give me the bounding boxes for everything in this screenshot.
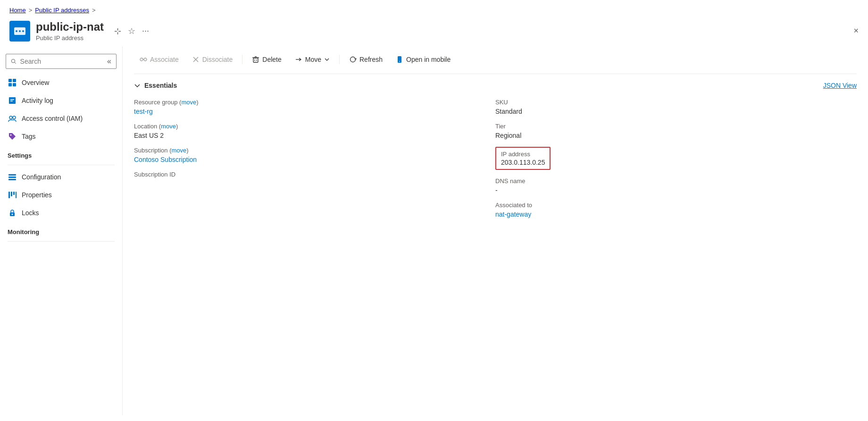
sidebar-item-properties[interactable]: Properties <box>0 186 122 204</box>
essentials-collapse-icon[interactable] <box>134 82 141 89</box>
sidebar-item-tags-label: Tags <box>22 133 36 140</box>
toolbar-separator-1 <box>242 55 242 64</box>
sidebar-item-access-control-label: Access control (IAM) <box>22 115 83 122</box>
sidebar-item-activity-log[interactable]: Activity log <box>0 92 122 109</box>
sidebar: « Overview Acti <box>0 46 123 415</box>
svg-point-3 <box>22 30 24 32</box>
svg-point-1 <box>16 30 17 32</box>
resource-group-move-link[interactable]: move <box>181 99 196 106</box>
svg-rect-19 <box>8 192 10 198</box>
svg-point-26 <box>144 58 147 61</box>
settings-divider <box>8 165 115 165</box>
sku-item: SKU Standard <box>495 95 857 119</box>
access-control-icon <box>8 114 17 123</box>
subscription-move-link[interactable]: move <box>171 147 186 154</box>
dns-name-label: DNS name <box>495 177 857 185</box>
settings-section-title: Settings <box>0 145 122 162</box>
refresh-button[interactable]: Refresh <box>343 53 388 66</box>
svg-rect-22 <box>16 192 17 198</box>
sidebar-item-access-control[interactable]: Access control (IAM) <box>0 109 122 127</box>
essentials-left: Resource group (move) test-rg Location (… <box>134 95 495 222</box>
tags-icon <box>8 132 17 141</box>
sidebar-item-properties-label: Properties <box>22 191 52 199</box>
sidebar-item-configuration-label: Configuration <box>22 173 61 181</box>
resource-icon <box>9 21 30 42</box>
sidebar-item-locks[interactable]: Locks <box>0 204 122 222</box>
svg-rect-16 <box>8 174 16 176</box>
search-input[interactable] <box>20 58 104 65</box>
svg-point-2 <box>19 30 21 32</box>
svg-point-15 <box>10 135 12 136</box>
open-mobile-button[interactable]: Open in mobile <box>390 53 456 66</box>
move-chevron-down-icon <box>324 57 330 62</box>
svg-point-13 <box>9 116 12 119</box>
refresh-icon <box>349 56 357 63</box>
associated-to-label: Associated to <box>495 202 857 209</box>
resource-group-item: Resource group (move) test-rg <box>134 95 495 119</box>
essentials-right: SKU Standard Tier Regional IP address 20… <box>495 95 857 222</box>
breadcrumb-home[interactable]: Home <box>9 7 26 14</box>
sidebar-item-configuration[interactable]: Configuration <box>0 168 122 186</box>
toolbar: Associate Dissociate Delete <box>134 46 857 74</box>
search-box[interactable]: « <box>6 54 117 69</box>
svg-line-5 <box>15 62 16 64</box>
breadcrumb-public-ip[interactable]: Public IP addresses <box>35 7 89 14</box>
subscription-id-label: Subscription ID <box>134 171 495 178</box>
dns-name-value: - <box>495 186 857 194</box>
svg-rect-10 <box>9 97 16 104</box>
favorite-icon[interactable]: ☆ <box>128 26 135 36</box>
ip-address-item: IP address 203.0.113.0.25 <box>495 143 857 174</box>
sidebar-item-locks-label: Locks <box>22 209 39 217</box>
monitoring-section-title: Monitoring <box>0 222 122 238</box>
resource-group-value: test-rg <box>134 108 495 115</box>
svg-rect-8 <box>8 83 12 86</box>
associated-to-value: nat-gateway <box>495 210 857 218</box>
essentials-header: Essentials JSON View <box>134 74 857 95</box>
tier-value: Regional <box>495 132 857 139</box>
resource-group-link[interactable]: test-rg <box>134 108 153 115</box>
associate-button[interactable]: Associate <box>134 53 184 66</box>
subscription-item: Subscription (move) Contoso Subscription <box>134 143 495 167</box>
more-icon[interactable]: ··· <box>142 26 149 36</box>
collapse-sidebar-button[interactable]: « <box>107 57 111 66</box>
sidebar-item-overview-label: Overview <box>22 79 49 86</box>
breadcrumb-sep1: > <box>29 7 33 14</box>
sku-value: Standard <box>495 108 857 115</box>
svg-point-25 <box>140 58 143 61</box>
associated-to-item: Associated to nat-gateway <box>495 198 857 222</box>
svg-rect-21 <box>13 192 15 195</box>
sidebar-item-activity-log-label: Activity log <box>22 97 53 104</box>
svg-rect-7 <box>13 79 16 82</box>
pin-icon[interactable]: ⊹ <box>114 26 121 36</box>
move-button[interactable]: Move <box>289 53 335 66</box>
close-button[interactable]: × <box>853 26 859 36</box>
toolbar-separator-2 <box>339 55 340 64</box>
json-view-link[interactable]: JSON View <box>823 82 857 89</box>
main-layout: « Overview Acti <box>0 46 868 415</box>
dns-name-item: DNS name - <box>495 174 857 198</box>
breadcrumb-sep2: > <box>92 7 96 14</box>
associated-to-link[interactable]: nat-gateway <box>495 210 531 218</box>
overview-icon <box>8 78 17 87</box>
header-actions: ⊹ ☆ ··· <box>114 26 149 36</box>
ip-address-label: IP address <box>501 151 545 158</box>
move-icon <box>295 56 302 63</box>
resource-group-label: Resource group (move) <box>134 99 495 106</box>
subscription-value: Contoso Subscription <box>134 156 495 163</box>
essentials-title: Essentials <box>144 82 177 89</box>
delete-button[interactable]: Delete <box>246 53 287 66</box>
subscription-link[interactable]: Contoso Subscription <box>134 156 197 163</box>
page-header: public-ip-nat Public IP address ⊹ ☆ ··· … <box>0 17 868 46</box>
dissociate-button[interactable]: Dissociate <box>186 53 239 66</box>
subscription-id-item: Subscription ID <box>134 167 495 184</box>
mobile-icon <box>396 56 403 63</box>
ip-address-value: 203.0.113.0.25 <box>501 159 545 166</box>
sidebar-item-overview[interactable]: Overview <box>0 74 122 92</box>
location-move-link[interactable]: move <box>161 123 176 130</box>
locks-icon <box>8 208 17 218</box>
svg-point-4 <box>11 59 15 62</box>
delete-icon <box>252 56 259 63</box>
configuration-icon <box>8 172 17 182</box>
associate-icon <box>140 56 147 63</box>
sidebar-item-tags[interactable]: Tags <box>0 127 122 145</box>
